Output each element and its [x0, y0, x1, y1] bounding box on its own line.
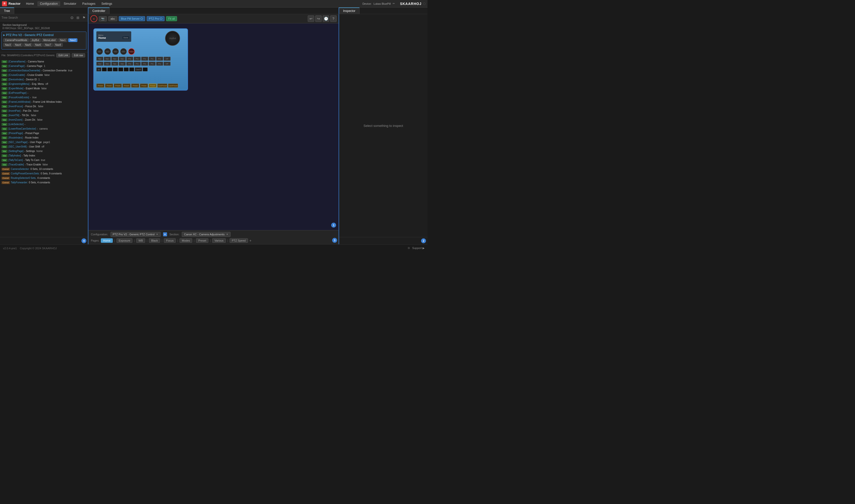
page-focus[interactable]: Focus [164, 238, 176, 243]
fit-all-btn[interactable]: Fit all [166, 16, 177, 21]
var-name-14: [LinkSelector] [8, 123, 24, 126]
abc-btn[interactable]: abc [108, 16, 117, 21]
help-btn[interactable]: ? [330, 15, 337, 22]
nav-btn-1[interactable]: Nav [97, 57, 103, 61]
preset-btn-4[interactable]: Preset [122, 84, 130, 88]
preset-btn-6[interactable]: Preset [140, 84, 148, 88]
cam-preset-1[interactable]: CamPreset [157, 84, 167, 88]
config-select[interactable]: PTZ Pro V2 - Generic PTZ Control ▼ [110, 232, 161, 237]
tab-controller[interactable]: Controller [88, 7, 109, 14]
page-various[interactable]: Various [212, 238, 226, 243]
tab-inspector[interactable]: Inspector [339, 7, 360, 14]
history-btn[interactable]: 🕐 [323, 15, 329, 22]
preset-btn-3[interactable]: Preset [114, 84, 122, 88]
edit-device-icon[interactable]: ✏ [392, 2, 395, 5]
nav-btn-5[interactable]: Nav [97, 62, 103, 66]
page-preset[interactable]: Preset [196, 238, 208, 243]
tree-search-input[interactable] [1, 16, 68, 19]
page-exposure[interactable]: Exposure [117, 238, 133, 243]
tag-nav7[interactable]: Nav7 [43, 43, 53, 47]
tab-tree[interactable]: Tree [0, 7, 14, 14]
sys-btn-3[interactable] [107, 68, 112, 71]
page-modes[interactable]: Modes [179, 238, 192, 243]
menu-simulator[interactable]: Simulator [61, 1, 79, 6]
expand-icon[interactable]: ⊞ [75, 15, 81, 20]
tag-joybut[interactable]: JoyBut [30, 38, 41, 42]
press-btn-4[interactable]: Prs [149, 57, 156, 61]
menu-home[interactable]: Home [23, 1, 36, 6]
bookmark-icon[interactable]: ⚑ [82, 15, 86, 20]
press-btn-1[interactable]: Prs [126, 57, 133, 61]
menu-settings[interactable]: Settings [99, 1, 115, 6]
page-wb[interactable]: WB [136, 238, 145, 243]
tag-camerapresetmode[interactable]: CameraPresetMode [3, 38, 29, 42]
tag-menulabel[interactable]: MenuLabel [41, 38, 57, 42]
tag-nav5[interactable]: Nav5 [23, 43, 33, 47]
sys-btn-6[interactable] [124, 68, 129, 71]
sys-btn-5[interactable] [118, 68, 123, 71]
section-select[interactable]: Canon XC - Camera Adjustments ▼ [182, 232, 230, 237]
undo-btn[interactable]: ↩ [308, 15, 314, 22]
tag-nav1[interactable]: Nav1 [58, 38, 68, 42]
sys-btn-8[interactable] [143, 68, 147, 71]
controller-canvas: Menu Home Done JoyBut Enc1 Enc2 [88, 23, 338, 230]
sys-btn-1[interactable]: Sv [97, 68, 101, 71]
sys-btn-4[interactable] [113, 68, 118, 71]
preset-btn-1[interactable]: Preset [97, 84, 104, 88]
edit-raw-button[interactable]: Edit raw [72, 53, 85, 57]
var-label-9: - Frame Link Window Index [31, 100, 62, 104]
page-sep-1: | [114, 239, 115, 242]
press-btn-5[interactable]: Prs [156, 57, 163, 61]
nav-btn-7[interactable]: Nav [111, 62, 118, 66]
redo-btn[interactable]: ↪ [315, 15, 322, 22]
page-black[interactable]: Black [149, 238, 160, 243]
tag-nav8[interactable]: Nav8 [54, 43, 63, 47]
menu-packages[interactable]: Packages [80, 1, 98, 6]
cam-preset-2[interactable]: CamPreset [168, 84, 178, 88]
tag-nav3[interactable]: Nav3 [3, 43, 13, 47]
list-item: Var [ExpertMode] - Expert Mode false [1, 86, 86, 91]
nav-btn-4[interactable]: Nav [119, 57, 126, 61]
preset-btn-7[interactable]: Preset [149, 84, 157, 88]
press-btn-9[interactable]: Prs [149, 62, 156, 66]
tag-nav6[interactable]: Nav6 [33, 43, 42, 47]
press-btn-2[interactable]: Prs [134, 57, 141, 61]
skaarhoj-icon: ⬡ [423, 2, 425, 5]
tag-nav4[interactable]: Nav4 [13, 43, 22, 47]
press-btn-8[interactable]: Prs [141, 62, 148, 66]
settings-icon[interactable]: ⚙ [407, 247, 410, 250]
nav-btn-8[interactable]: Nav [119, 62, 126, 66]
back-button[interactable]: « [90, 15, 97, 22]
ptz-pro-btn[interactable]: PTZ Pro [147, 16, 164, 21]
preset-btn-2[interactable]: Preset [105, 84, 113, 88]
var-badge-19: Var [1, 145, 7, 148]
preset-btn-5[interactable]: Preset [131, 84, 139, 88]
list-item: Var [FrameLinkWindow] - Frame Link Windo… [1, 100, 86, 104]
menu-configuration[interactable]: Configuration [37, 1, 60, 6]
press-btn-6[interactable]: Prs [126, 62, 133, 66]
nav-btn-2[interactable]: Nav [104, 57, 111, 61]
inpag-btn-2[interactable]: InP [163, 62, 171, 66]
camtl-btn[interactable]: CamTl [135, 68, 142, 71]
camera-btn[interactable]: 📷 [99, 16, 107, 21]
filter-icon[interactable]: ⏣ [69, 15, 74, 20]
page-ptz-speed[interactable]: PTZ Speed [230, 238, 248, 243]
tag-nav2[interactable]: Nav2 [68, 38, 77, 42]
press-btn-10[interactable]: Prs [156, 62, 163, 66]
add-page-btn[interactable]: + [249, 238, 251, 242]
inpag-btn-1[interactable]: InP [163, 57, 171, 61]
sys-btn-7[interactable] [129, 68, 134, 71]
var-badge-4: Var [1, 78, 7, 82]
press-btn-7[interactable]: Prs [134, 62, 141, 66]
edit-link-button[interactable]: Edit Link [56, 53, 70, 57]
nav-btn-3[interactable]: Nav [111, 57, 118, 61]
press-btn-3[interactable]: Prs [141, 57, 148, 61]
blue-pill-btn[interactable]: Blue Pill Server [119, 16, 145, 21]
list-item: Var [LinkSelector] - [1, 122, 86, 127]
nav-btn-6[interactable]: Nav [104, 62, 111, 66]
page-home[interactable]: Home [101, 238, 112, 243]
sys-btn-2[interactable] [102, 68, 107, 71]
section-value: Canon XC - Camera Adjustments [184, 233, 225, 236]
const-badge-2: Const [1, 177, 10, 180]
support-btn[interactable]: Support ▶ [412, 247, 424, 250]
